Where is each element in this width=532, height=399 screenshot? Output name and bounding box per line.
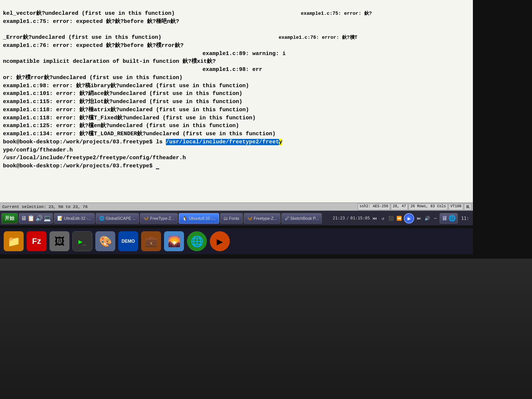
ultraedit-icon: 📝 <box>57 216 63 221</box>
fonts-icon: 🗂 <box>224 216 228 221</box>
taskbar-right-icon-1[interactable]: 🖥 <box>441 215 447 222</box>
freetype-r-icon: 🦋 <box>247 216 253 221</box>
dock-files-icon[interactable]: 🖼 <box>50 231 69 251</box>
taskbar-icon-group: 🖥 📋 🔊 💻 <box>19 213 53 224</box>
terminal-line-8: example1.c:98: err <box>3 66 262 73</box>
taskbar-right-icons: 🖥 🌐 <box>440 213 458 224</box>
taskbar-ultraedit[interactable]: 📝 UltraEdit-32 -... <box>54 213 95 224</box>
media-next-button[interactable]: ⏭ <box>416 215 422 222</box>
terminal-line-5: example1.c:76: error: expected 鈥?鈥?befor… <box>3 42 184 49</box>
terminal-line-2: example1.c:75: error: expected 鈥?鈥?befor… <box>3 18 179 25</box>
start-label: 开始 <box>5 215 14 222</box>
taskbar-icon-1[interactable]: 🖥 <box>21 215 27 222</box>
terminal-line-17: book@book-desktop:/work/projects/03.free… <box>3 139 282 145</box>
freetype-z-icon: 🦋 <box>143 216 149 221</box>
laptop-screen: kel_vector鈥?undeclared (first use in thi… <box>0 0 532 399</box>
vt-box: VT100 <box>449 204 463 210</box>
taskbar-fonts[interactable]: 🗂 Fonts <box>220 213 243 224</box>
terminal-line-16: example1.c:134: error: 鈥?欓T_LOAD_RENDER鈥… <box>3 131 276 137</box>
dock-demo-icon[interactable]: DEMO <box>118 231 138 251</box>
ubuntu-icon: 🐧 <box>182 216 188 221</box>
dock-media-icon[interactable]: ▶ <box>210 231 230 251</box>
taskbar-freetype-z[interactable]: 🦋 FreeType-Z... <box>140 213 178 224</box>
dock-browser-icon[interactable]: 🌐 <box>187 231 207 251</box>
terminal-line-20: book@book-desktop:/work/projects/03.free… <box>3 163 159 169</box>
freetype-r-label: Freetype-Z... <box>254 216 277 221</box>
start-button[interactable]: 开始 <box>1 213 18 224</box>
media-player: 21:23 / 01:15:05 ⏮ ↺ ⬛ ⏪ ▶ ⏭ 🔊 ⋯ <box>333 213 439 224</box>
terminal-area: kel_vector鈥?undeclared (first use in thi… <box>0 0 473 222</box>
globalscape-icon: 🌐 <box>99 216 105 221</box>
fonts-label: Fonts <box>229 216 239 221</box>
taskbar-right-icon-2[interactable]: 🌐 <box>449 215 456 222</box>
terminal-line-15: example1.c:125: error: 鈥?欓en鈥?undeclared… <box>3 123 239 129</box>
terminal-line-18: ype/config/ftheader.h <box>3 147 73 153</box>
taskbar-ubuntu[interactable]: 🐧 Ubuntu9.10 -... <box>179 213 219 224</box>
media-time-total: 01:15:05 <box>350 216 370 221</box>
dock-filezilla-icon[interactable]: Fz <box>27 231 47 251</box>
dock-suitcase-icon[interactable]: 💼 <box>141 231 161 251</box>
selection-status: Current selection: 23, 50 to 23, 76 <box>0 205 358 209</box>
terminal-line-6: example1.c:89: warning: i <box>3 51 286 57</box>
taskbar-icon-2[interactable]: 📋 <box>27 215 35 222</box>
keyword-expected: expected <box>76 18 103 25</box>
terminal-line-14: example1.c:118: error: 鈥?欓T_Fixed鈥?undec… <box>3 115 256 121</box>
taskbar-globalscape[interactable]: 🌐 GlobalSCAPE ... <box>96 213 139 224</box>
media-separator: / <box>347 216 349 221</box>
terminal-line-4: _Error鈥?undeclared (first use in this fu… <box>3 34 350 41</box>
media-time-current: 21:23 <box>333 216 345 221</box>
rows-cols-box: 26 Rows, 83 Cols <box>409 204 448 210</box>
dock-terminal-icon[interactable]: ▶_ <box>72 231 92 251</box>
media-volume-button[interactable]: 🔊 <box>424 215 430 222</box>
taskbar-time: 11: <box>459 216 471 221</box>
terminal-line-12: example1.c:115: error: 鈥?炲lot鈥?undeclare… <box>3 99 242 105</box>
sketchbook-label: SketchBook P... <box>290 216 319 221</box>
media-play-button[interactable]: ▶ <box>404 213 414 224</box>
terminal-content: kel_vector鈥?undeclared (first use in thi… <box>0 0 473 180</box>
terminal-statusbar: Current selection: 23, 50 to 23, 76 ssh2… <box>0 202 473 211</box>
ubuntu-label: Ubuntu9.10 -... <box>189 216 216 221</box>
statusbar-right: ssh2: AES-256 26, 47 26 Rows, 83 Cols VT… <box>358 204 473 210</box>
terminal-line-19: /usr/local/include/freetype2/freetype/co… <box>3 155 186 161</box>
cursor-highlight: y <box>279 139 282 145</box>
laptop-body <box>0 259 532 399</box>
taskbar-icon-3[interactable]: 🔊 <box>35 215 43 222</box>
coords-box: 26, 47 <box>391 204 408 210</box>
terminal-line-11: example1.c:101: error: 鈥?綃ace鈥?undeclare… <box>3 91 242 97</box>
sketchbook-icon: 🖊 <box>285 216 289 221</box>
ssh-cipher-box: ssh2: AES-256 <box>358 204 390 210</box>
taskbar: 开始 🖥 📋 🔊 💻 📝 UltraEdit-32 -... 🌐 GlobalS… <box>0 211 473 225</box>
dock: 📁 Fz 🖼 ▶_ 🎨 DEMO 💼 🌄 🌐 ▶ <box>0 228 473 254</box>
dock-paint-icon[interactable]: 🎨 <box>95 231 115 251</box>
terminal-line-10: example1.c:98: error: 鈥?稿ibrary鈥?undecla… <box>3 83 249 89</box>
terminal-line-1: kel_vector鈥?undeclared (first use in thi… <box>3 10 342 17</box>
dock-folder-icon[interactable]: 📁 <box>4 231 24 251</box>
terminal-line-9: or: 鈥?樸rror鈥?undeclared (first use in th… <box>3 75 183 81</box>
media-back-button[interactable]: ⏪ <box>396 215 402 222</box>
media-more-button[interactable]: ⋯ <box>432 215 439 222</box>
freetype-z-label: FreeType-Z... <box>150 216 174 221</box>
globalscape-label: GlobalSCAPE ... <box>106 216 136 221</box>
extra-box: 風 <box>464 204 471 210</box>
media-rewind-button[interactable]: ↺ <box>379 215 386 222</box>
taskbar-sketchbook[interactable]: 🖊 SketchBook P... <box>282 213 322 224</box>
terminal-line-7: ncompatible implicit declaration of buil… <box>3 58 216 65</box>
taskbar-freetype-r[interactable]: 🦋 Freetype-Z... <box>244 213 280 224</box>
media-stop-button[interactable]: ⬛ <box>388 215 394 222</box>
ultraedit-label: UltraEdit-32 -... <box>64 216 91 221</box>
terminal-line-13: example1.c:118: error: 鈥?棰atrix鈥?undecla… <box>3 107 249 113</box>
dock-photo-icon[interactable]: 🌄 <box>164 231 184 251</box>
taskbar-icon-4[interactable]: 💻 <box>44 215 51 222</box>
highlighted-path: /usr/local/include/freetype2/freet <box>166 139 279 145</box>
media-prev-button[interactable]: ⏮ <box>371 215 378 222</box>
